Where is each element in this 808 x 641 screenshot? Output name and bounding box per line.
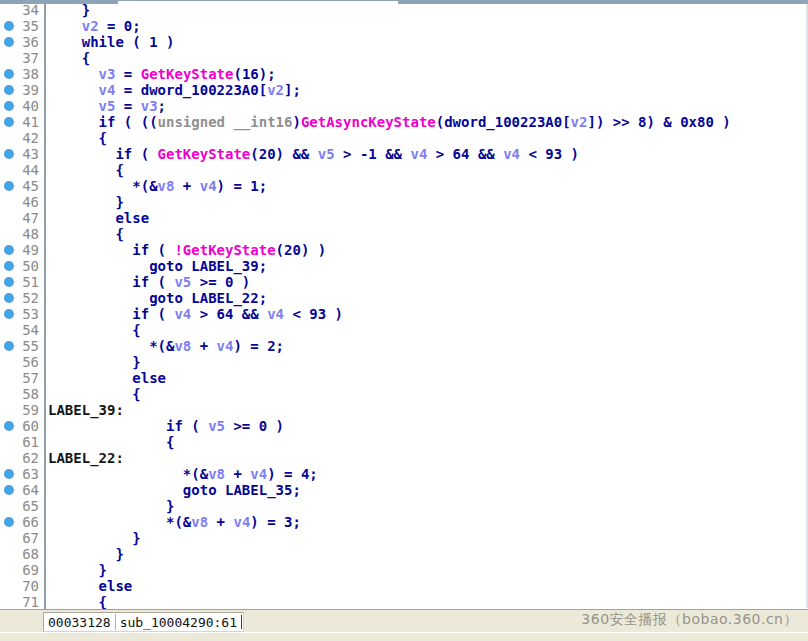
code-line[interactable]: 66 *(&v8 + v4) = 3; — [0, 514, 808, 530]
code-text: } — [46, 354, 141, 370]
code-line[interactable]: 67 } — [0, 530, 808, 546]
gutter-cell: 42 — [0, 130, 46, 146]
gutter-cell: 58 — [0, 386, 46, 402]
bottom-strip — [0, 632, 808, 641]
code-text: { — [46, 434, 174, 450]
gutter-cell: 59 — [0, 402, 46, 418]
code-line[interactable]: 53 if ( v4 > 64 && v4 < 93 ) — [0, 306, 808, 322]
gutter-cell: 50 — [0, 258, 46, 274]
line-number: 40 — [22, 98, 39, 114]
code-line[interactable]: 40 v5 = v3; — [0, 98, 808, 114]
code-line[interactable]: 70 else — [0, 578, 808, 594]
code-line[interactable]: 60 if ( v5 >= 0 ) — [0, 418, 808, 434]
code-line[interactable]: 58 { — [0, 386, 808, 402]
line-number: 54 — [22, 322, 39, 338]
address-dot-icon — [4, 117, 14, 127]
gutter-cell: 57 — [0, 370, 46, 386]
code-line[interactable]: 45 *(&v8 + v4) = 1; — [0, 178, 808, 194]
gutter-cell: 62 — [0, 450, 46, 466]
line-number: 52 — [22, 290, 39, 306]
code-line[interactable]: 46 } — [0, 194, 808, 210]
code-line[interactable]: 68 } — [0, 546, 808, 562]
code-line[interactable]: 69 } — [0, 562, 808, 578]
gutter-cell: 71 — [0, 594, 46, 610]
code-text: { — [46, 130, 107, 146]
code-line[interactable]: 42 { — [0, 130, 808, 146]
code-line[interactable]: 38 v3 = GetKeyState(16); — [0, 66, 808, 82]
code-line[interactable]: 57 else — [0, 370, 808, 386]
code-text: goto LABEL_22; — [46, 290, 267, 306]
code-line[interactable]: 36 while ( 1 ) — [0, 34, 808, 50]
code-text: v3 = GetKeyState(16); — [46, 66, 276, 82]
status-location: sub_10004290:61 — [116, 615, 241, 630]
code-text: else — [46, 370, 166, 386]
line-number: 68 — [22, 546, 39, 562]
code-line[interactable]: 56 } — [0, 354, 808, 370]
line-number: 61 — [22, 434, 39, 450]
gutter-cell: 40 — [0, 98, 46, 114]
code-text: { — [46, 50, 90, 66]
address-dot-icon — [4, 37, 14, 47]
code-text: { — [46, 322, 141, 338]
code-line[interactable]: 48 { — [0, 226, 808, 242]
code-text: v5 = v3; — [46, 98, 166, 114]
address-dot-icon — [4, 101, 14, 111]
code-text: *(&v8 + v4) = 2; — [46, 338, 284, 354]
pseudocode-view[interactable]: 34 }35 v2 = 0;36 while ( 1 )37 {38 v3 = … — [0, 2, 808, 609]
address-dot-icon — [4, 421, 14, 431]
code-line[interactable]: 34 } — [0, 2, 808, 18]
line-number: 36 — [22, 34, 39, 50]
gutter-cell: 60 — [0, 418, 46, 434]
code-text: goto LABEL_39; — [46, 258, 267, 274]
code-line[interactable]: 41 if ( ((unsigned __int16)GetAsyncKeySt… — [0, 114, 808, 130]
address-dot-icon — [4, 181, 14, 191]
code-line[interactable]: 64 goto LABEL_35; — [0, 482, 808, 498]
code-line[interactable]: 37 { — [0, 50, 808, 66]
address-dot-icon — [4, 21, 14, 31]
line-number: 35 — [22, 18, 39, 34]
code-line[interactable]: 71 { — [0, 594, 808, 610]
address-dot-icon — [4, 245, 14, 255]
code-text: { — [46, 594, 107, 610]
code-line[interactable]: 52 goto LABEL_22; — [0, 290, 808, 306]
address-dot-icon — [4, 293, 14, 303]
code-line[interactable]: 55 *(&v8 + v4) = 2; — [0, 338, 808, 354]
gutter-cell: 43 — [0, 146, 46, 162]
gutter-cell: 51 — [0, 274, 46, 290]
line-number: 66 — [22, 514, 39, 530]
code-line[interactable]: 50 goto LABEL_39; — [0, 258, 808, 274]
line-number: 46 — [22, 194, 39, 210]
code-text: } — [46, 546, 124, 562]
code-text: LABEL_39: — [46, 402, 124, 418]
code-line[interactable]: 63 *(&v8 + v4) = 4; — [0, 466, 808, 482]
line-number: 58 — [22, 386, 39, 402]
code-line[interactable]: 44 { — [0, 162, 808, 178]
code-line[interactable]: 49 if ( !GetKeyState(20) ) — [0, 242, 808, 258]
code-line[interactable]: 62LABEL_22: — [0, 450, 808, 466]
gutter-cell: 41 — [0, 114, 46, 130]
top-scrollbar-track[interactable] — [0, 0, 808, 4]
code-text: if ( v5 >= 0 ) — [46, 418, 284, 434]
code-text: } — [46, 2, 90, 18]
address-dot-icon — [4, 85, 14, 95]
code-text: { — [46, 162, 124, 178]
gutter-cell: 45 — [0, 178, 46, 194]
text-cursor-icon — [241, 615, 242, 629]
code-line[interactable]: 65 } — [0, 498, 808, 514]
line-number: 49 — [22, 242, 39, 258]
code-line[interactable]: 51 if ( v5 >= 0 ) — [0, 274, 808, 290]
gutter-cell: 49 — [0, 242, 46, 258]
line-number: 55 — [22, 338, 39, 354]
code-text: if ( !GetKeyState(20) ) — [46, 242, 326, 258]
code-line[interactable]: 39 v4 = dword_100223A0[v2]; — [0, 82, 808, 98]
address-dot-icon — [4, 485, 14, 495]
code-text: LABEL_22: — [46, 450, 124, 466]
code-line[interactable]: 61 { — [0, 434, 808, 450]
code-line[interactable]: 43 if ( GetKeyState(20) && v5 > -1 && v4… — [0, 146, 808, 162]
code-line[interactable]: 54 { — [0, 322, 808, 338]
top-scrollbar-thumb[interactable] — [118, 1, 398, 4]
code-line[interactable]: 47 else — [0, 210, 808, 226]
code-line[interactable]: 35 v2 = 0; — [0, 18, 808, 34]
code-line[interactable]: 59LABEL_39: — [0, 402, 808, 418]
line-number: 71 — [22, 594, 39, 610]
